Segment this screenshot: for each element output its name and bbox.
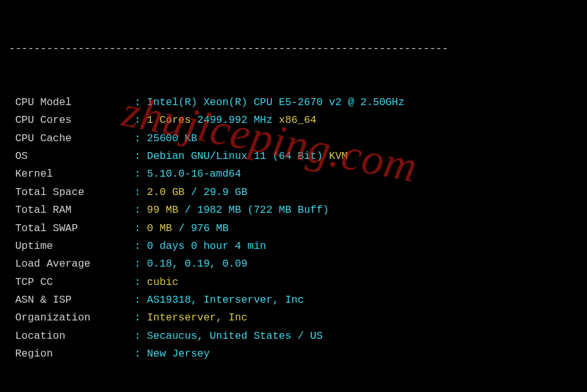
sysinfo-row-2: CPU Cache : 25600 KB [9,130,578,148]
row-value: / 1982 MB (722 MB Buff) [184,204,329,216]
sysinfo-row-8: Uptime : 0 days 0 hour 4 min [9,237,578,255]
row-colon: : [134,312,141,324]
row-colon: : [134,96,141,108]
row-colon: : [134,258,141,270]
row-value: 25600 KB [141,132,197,144]
row-colon: : [134,150,141,162]
row-value: AS19318, Interserver, Inc [141,294,304,306]
row-value: Secaucus, United States / US [141,330,323,342]
row-label: Total RAM [9,204,134,216]
row-colon: : [134,168,141,180]
sysinfo-row-0: CPU Model : Intel(R) Xeon(R) CPU E5-2670… [9,94,578,111]
row-label: Total SWAP [9,222,134,234]
terminal-output: ----------------------------------------… [0,0,587,392]
row-value: / 29.9 GB [191,186,247,198]
sysinfo-row-1: CPU Cores : 1 Cores 2499.992 MHz x86_64 [9,111,578,129]
system-info-block: CPU Model : Intel(R) Xeon(R) CPU E5-2670… [9,94,578,364]
row-label: Uptime [9,240,134,252]
sysinfo-row-9: Load Average : 0.18, 0.19, 0.09 [9,255,578,273]
row-label: OS [9,150,134,162]
row-label: Location [9,330,134,342]
row-label: Region [9,348,134,360]
row-value: 0 MB [141,222,178,234]
row-value: KVM [329,150,348,162]
row-colon: : [134,114,141,126]
row-value: 2.0 GB [141,186,191,198]
row-value: 5.10.0-16-amd64 [141,168,241,180]
row-label: CPU Cores [9,114,134,126]
row-value: cubic [141,276,178,288]
row-colon: : [134,348,141,360]
row-label: Kernel [9,168,134,180]
row-colon: : [134,186,141,198]
row-value: Debian GNU/Linux 11 (64 Bit) [141,150,329,162]
row-value: 2499.992 MHz [197,114,279,126]
row-colon: : [134,276,141,288]
row-value: 99 MB [141,204,184,216]
row-value: x86_64 [279,114,316,126]
row-colon: : [134,240,141,252]
row-colon: : [134,294,141,306]
sysinfo-row-7: Total SWAP : 0 MB / 976 MB [9,220,578,237]
row-value: 1 Cores [141,114,197,126]
row-label: TCP CC [9,276,134,288]
sysinfo-row-14: Region : New Jersey [9,345,578,363]
sysinfo-row-10: TCP CC : cubic [9,274,578,291]
row-value: 0 days 0 hour 4 min [141,240,266,252]
sysinfo-row-11: ASN & ISP : AS19318, Interserver, Inc [9,291,578,309]
row-value: / 976 MB [178,222,228,234]
row-label: ASN & ISP [9,294,134,306]
row-colon: : [134,132,141,144]
row-value: New Jersey [141,348,210,360]
sysinfo-row-6: Total RAM : 99 MB / 1982 MB (722 MB Buff… [9,201,578,219]
row-label: Total Space [9,186,134,198]
row-value: 0.18, 0.19, 0.09 [141,258,247,270]
row-label: Load Average [9,258,134,270]
row-value: Intel(R) Xeon(R) CPU E5-2670 v2 @ 2.50GH… [141,96,404,108]
divider-top: ----------------------------------------… [9,40,578,58]
sysinfo-row-4: Kernel : 5.10.0-16-amd64 [9,165,578,183]
row-label: Organization [9,312,134,324]
row-colon: : [134,330,141,342]
sysinfo-row-12: Organization : Interserver, Inc [9,309,578,327]
row-label: CPU Cache [9,132,134,144]
sysinfo-row-5: Total Space : 2.0 GB / 29.9 GB [9,184,578,201]
sysinfo-row-13: Location : Secaucus, United States / US [9,327,578,345]
row-colon: : [134,204,141,216]
sysinfo-row-3: OS : Debian GNU/Linux 11 (64 Bit) KVM [9,148,578,165]
row-value: Interserver, Inc [141,312,247,324]
row-label: CPU Model [9,96,134,108]
row-colon: : [134,222,141,234]
